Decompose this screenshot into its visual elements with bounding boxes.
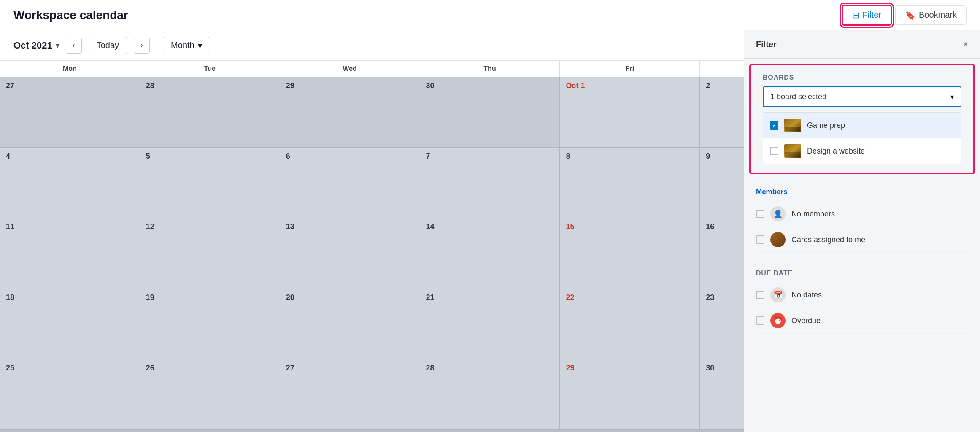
cal-cell-sep29[interactable]: 29 — [280, 77, 420, 148]
board-checkbox-design-website[interactable] — [770, 147, 778, 155]
cal-cell-oct18[interactable]: 18 — [0, 289, 140, 359]
boards-dropdown[interactable]: 1 board selected ▾ — [763, 86, 961, 107]
due-label-no-dates: No dates — [791, 291, 822, 300]
cal-cell-oct26[interactable]: 26 — [140, 359, 280, 430]
bookmark-icon: 🔖 — [905, 10, 915, 20]
weekday-thu: Thu — [420, 61, 560, 77]
next-nav-button[interactable]: › — [134, 38, 150, 54]
weekday-wed: Wed — [280, 61, 420, 77]
due-checkbox-no-dates[interactable] — [756, 291, 764, 299]
filter-panel: Filter × Boards 1 board selected ▾ — [744, 30, 980, 432]
due-checkbox-overdue[interactable] — [756, 316, 764, 325]
members-section-label: Members — [756, 188, 968, 196]
page-title: Workspace calendar — [13, 8, 128, 22]
cal-cell-oct20[interactable]: 20 — [280, 289, 420, 359]
cal-cell-oct6[interactable]: 6 — [280, 148, 420, 218]
filter-panel-header: Filter × — [744, 30, 980, 59]
toolbar-divider — [157, 39, 157, 52]
board-thumb-design-website — [784, 144, 801, 158]
overdue-clock-icon: ⏰ — [770, 313, 786, 328]
cal-cell-oct22[interactable]: 22 — [560, 289, 700, 359]
member-avatar-me — [770, 232, 786, 247]
board-name-game-prep: Game prep — [807, 121, 845, 130]
header: Workspace calendar ⊟ Filter 🔖 Bookmark — [0, 0, 980, 30]
view-selector[interactable]: Month ▾ — [164, 37, 209, 54]
member-label-no-members: No members — [791, 210, 835, 219]
boards-section: Boards 1 board selected ▾ — [749, 64, 975, 174]
cal-cell-sep28[interactable]: 28 — [140, 77, 280, 148]
view-chevron-icon: ▾ — [198, 40, 202, 51]
due-item-no-dates[interactable]: 📅 No dates — [756, 282, 968, 308]
cal-cell-oct4[interactable]: 4 — [0, 148, 140, 218]
cal-cell-oct1[interactable]: Oct 1 — [560, 77, 700, 148]
filter-icon: ⊟ — [852, 10, 859, 20]
month-label: Oct 2021 — [13, 40, 52, 51]
no-dates-calendar-icon: 📅 — [770, 287, 786, 302]
cal-cell-sep30[interactable]: 30 — [420, 77, 560, 148]
board-checkbox-game-prep[interactable] — [770, 121, 778, 130]
prev-nav-button[interactable]: ‹ — [66, 38, 82, 54]
weekday-mon: Mon — [0, 61, 140, 77]
board-name-design-website: Design a website — [807, 147, 865, 156]
cal-cell-oct29[interactable]: 29 — [560, 359, 700, 430]
cal-cell-oct14[interactable]: 14 — [420, 218, 560, 289]
cal-cell-oct28[interactable]: 28 — [420, 359, 560, 430]
cal-cell-oct11[interactable]: 11 — [0, 218, 140, 289]
boards-section-label: Boards — [763, 74, 961, 81]
boards-dropdown-chevron-icon: ▾ — [950, 93, 954, 101]
cal-cell-oct5[interactable]: 5 — [140, 148, 280, 218]
members-section: Members 👤 No members Cards assigned to m… — [744, 179, 980, 261]
cal-cell-oct27[interactable]: 27 — [280, 359, 420, 430]
board-item-design-website[interactable]: Design a website — [763, 138, 961, 164]
cal-cell-oct8[interactable]: 8 — [560, 148, 700, 218]
member-checkbox-no-members[interactable] — [756, 210, 764, 218]
due-date-section: Due date 📅 No dates ⏰ Overdue — [744, 261, 980, 342]
today-button[interactable]: Today — [89, 37, 127, 54]
month-chevron-icon: ▾ — [56, 41, 59, 49]
no-members-icon: 👤 — [770, 206, 786, 221]
cal-cell-oct15[interactable]: 15 — [560, 218, 700, 289]
member-item-no-members[interactable]: 👤 No members — [756, 201, 968, 227]
cal-cell-oct7[interactable]: 7 — [420, 148, 560, 218]
board-item-game-prep[interactable]: Game prep — [763, 113, 961, 138]
cal-cell-sep27[interactable]: 27 — [0, 77, 140, 148]
view-label: Month — [171, 40, 194, 50]
cal-cell-oct13[interactable]: 13 — [280, 218, 420, 289]
weekday-tue: Tue — [140, 61, 280, 77]
svg-rect-1 — [785, 127, 800, 131]
header-actions: ⊟ Filter 🔖 Bookmark — [842, 5, 967, 26]
filter-button-label: Filter — [863, 10, 881, 20]
boards-dropdown-text: 1 board selected — [770, 92, 826, 101]
cal-cell-oct12[interactable]: 12 — [140, 218, 280, 289]
svg-rect-3 — [785, 152, 800, 157]
bookmark-button-label: Bookmark — [919, 10, 957, 20]
board-thumb-game-prep — [784, 119, 801, 132]
due-item-overdue[interactable]: ⏰ Overdue — [756, 308, 968, 334]
weekday-fri: Fri — [560, 61, 700, 77]
cal-cell-oct19[interactable]: 19 — [140, 289, 280, 359]
due-date-section-label: Due date — [756, 270, 968, 277]
filter-button[interactable]: ⊟ Filter — [842, 5, 892, 26]
member-label-assigned-to-me: Cards assigned to me — [791, 235, 865, 244]
member-checkbox-assigned-to-me[interactable] — [756, 235, 764, 244]
due-label-overdue: Overdue — [791, 316, 821, 325]
filter-close-button[interactable]: × — [963, 39, 968, 50]
cal-cell-oct25[interactable]: 25 — [0, 359, 140, 430]
bookmark-button[interactable]: 🔖 Bookmark — [895, 5, 967, 25]
member-item-assigned-to-me[interactable]: Cards assigned to me — [756, 227, 968, 253]
filter-panel-title: Filter — [756, 40, 777, 49]
month-selector[interactable]: Oct 2021 ▾ — [13, 40, 59, 51]
cal-cell-oct21[interactable]: 21 — [420, 289, 560, 359]
boards-list: Game prep — [763, 112, 961, 164]
